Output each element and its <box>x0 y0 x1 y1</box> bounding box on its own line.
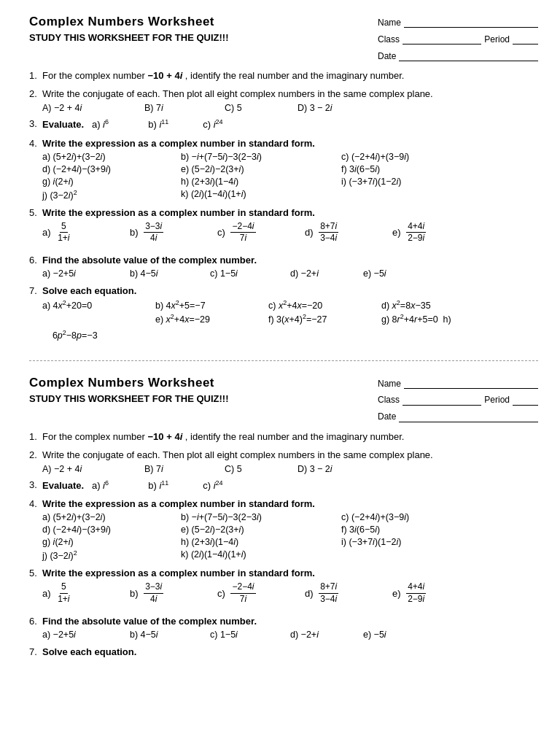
q4-row2-1: d) (−2+4i)−(3+9i) e) (5−2i)−2(3+i) f) 3i… <box>42 164 538 174</box>
class-field-1[interactable] <box>402 34 481 44</box>
questions-2: 1. For the complex number −10 + 4i , ide… <box>29 431 538 660</box>
q5-e-2: e) 4+4i2−9i <box>392 581 472 605</box>
question-2-3: 3. Evaluate. a) i6 b) i11 c) i24 <box>29 479 538 494</box>
q4-i-2: i) (−3+7i)(1−2i) <box>341 537 401 547</box>
q6-c-1: c) 1−5i <box>210 268 290 279</box>
period-field-2[interactable] <box>513 395 538 406</box>
q-text-1-2: Write the conjugate of each. Then plot a… <box>42 88 538 99</box>
q6-b-1: b) 4−5i <box>130 268 210 279</box>
class-field-2[interactable] <box>402 395 481 406</box>
q2-a-1: A) −2 + 4i <box>42 102 144 114</box>
q4-row2-2: d) (−2+4i)−(3+9i) e) (5−2i)−2(3+i) f) 3i… <box>42 525 538 535</box>
q4-row1-1: a) (5+2i)+(3−2i) b) −i+(7−5i)−3(2−3i) c)… <box>42 152 538 162</box>
worksheet-page: Complex Numbers Worksheet STUDY THIS WOR… <box>0 0 560 708</box>
name-field-2[interactable] <box>404 379 538 389</box>
q-num-2-7: 7. <box>29 646 42 657</box>
title-area-1: Complex Numbers Worksheet STUDY THIS WOR… <box>29 15 378 43</box>
q-text-2-1: For the complex number −10 + 4i , identi… <box>42 431 538 442</box>
q5-b-2: b) 3−3i4i <box>130 581 210 605</box>
q-text-2-7: Solve each equation. <box>42 646 538 657</box>
q7-b-1: b) 4x2+5=−7 <box>155 299 268 311</box>
frac-a-2: 51+i <box>56 581 71 605</box>
period-field-1[interactable] <box>513 34 538 44</box>
questions-1: 1. For the complex number −10 + 4i , ide… <box>29 70 538 341</box>
question-1-3: 3. Evaluate. a) i6 b) i11 c) i24 <box>29 118 538 133</box>
q6-b-2: b) 4−5i <box>130 630 210 640</box>
question-2-4: 4. Write the expression as a complex num… <box>29 498 538 563</box>
question-2-7: 7. Solve each equation. <box>29 646 538 660</box>
q5-fracs-2: a) 51+i b) 3−3i4i c) −2−4i7i d) 8+7i3−4i <box>42 581 538 608</box>
header-area-2: Complex Numbers Worksheet STUDY THIS WOR… <box>29 376 538 425</box>
q2-sub-items-2: A) −2 + 4i B) 7i C) 5 D) 3 − 2i <box>42 463 538 475</box>
q6-a-2: a) −2+5i <box>42 630 130 640</box>
q5-d-2: d) 8+7i3−4i <box>305 581 385 605</box>
q7-g-1: g) 8r2+4r+5=0 h) <box>381 313 494 325</box>
q-num-1-4: 4. <box>29 138 42 149</box>
q5-e-1: e) 4+4i2−9i <box>392 221 472 244</box>
q-text-1-7: Solve each equation. <box>42 285 538 296</box>
question-1-1: 1. For the complex number −10 + 4i , ide… <box>29 70 538 84</box>
q2-d-1: D) 3 − 2i <box>298 102 385 114</box>
q4-h-1: h) (2+3i)(1−4i) <box>181 177 341 187</box>
date-field-2[interactable] <box>399 412 538 422</box>
q-content-1-5: Write the expression as a complex number… <box>42 207 538 250</box>
q6-row-2: a) −2+5i b) 4−5i c) 1−5i d) −2+i e) −5i <box>42 630 538 640</box>
q-text-2-3: Evaluate. a) i6 b) i11 c) i24 <box>42 479 538 491</box>
date-label-2: Date <box>378 409 396 425</box>
q-num-2-5: 5. <box>29 568 42 578</box>
q-num-1-6: 6. <box>29 255 42 266</box>
date-field-1[interactable] <box>399 51 538 61</box>
q-content-2-6: Find the absolute value of the complex n… <box>42 616 538 642</box>
q7-c-1: c) x2+4x=−20 <box>268 299 381 311</box>
q-content-2-5: Write the expression as a complex number… <box>42 568 538 611</box>
frac-e-1: 4+4i2−9i <box>406 221 426 244</box>
class-line-1: Class Period <box>378 31 538 48</box>
q4-c-1: c) (−2+4i)+(3−9i) <box>341 152 409 162</box>
q4-row1-2: a) (5+2i)+(3−2i) b) −i+(7−5i)−3(2−3i) c)… <box>42 512 538 522</box>
name-field-1[interactable] <box>404 18 538 28</box>
name-area-2: Name Class Period Date <box>378 376 538 425</box>
frac-b-1: 3−3i4i <box>144 221 163 244</box>
period-label-2: Period <box>484 392 510 409</box>
q-text-1-4: Write the expression as a complex number… <box>42 138 538 149</box>
q-num-2-4: 4. <box>29 498 42 509</box>
q-num-1-2: 2. <box>29 88 42 99</box>
question-2-2: 2. Write the conjugate of each. Then plo… <box>29 449 538 475</box>
q-content-1-4: Write the expression as a complex number… <box>42 138 538 203</box>
q2-b-2: B) 7i <box>144 463 225 475</box>
q7-f-1: f) 3(x+4)2=−27 <box>268 313 381 325</box>
worksheet-subtitle-1: STUDY THIS WORKSHEET FOR THE QUIZ!!! <box>29 32 378 43</box>
question-1-5: 5. Write the expression as a complex num… <box>29 207 538 250</box>
q7-e-1: e) x2+4x=−29 <box>155 313 268 325</box>
worksheet-subtitle-2: STUDY THIS WORKSHEET FOR THE QUIZ!!! <box>29 393 378 404</box>
q7-final-1: 6p2−8p=−3 <box>42 329 538 341</box>
q-text-1-3: Evaluate. a) i6 b) i11 c) i24 <box>42 118 538 130</box>
name-line-1: Name <box>378 15 538 31</box>
q-content-2-4: Write the expression as a complex number… <box>42 498 538 563</box>
q-content-1-1: For the complex number −10 + 4i , identi… <box>42 70 538 84</box>
q2-a-2: A) −2 + 4i <box>42 463 144 475</box>
title-area-2: Complex Numbers Worksheet STUDY THIS WOR… <box>29 376 378 404</box>
q4-d-2: d) (−2+4i)−(3+9i) <box>42 525 181 535</box>
question-2-1: 1. For the complex number −10 + 4i , ide… <box>29 431 538 445</box>
q4-d-1: d) (−2+4i)−(3+9i) <box>42 164 181 174</box>
q-text-2-6: Find the absolute value of the complex n… <box>42 616 538 627</box>
q-text-2-2: Write the conjugate of each. Then plot a… <box>42 449 538 460</box>
q4-a-2: a) (5+2i)+(3−2i) <box>42 512 181 522</box>
frac-c-1: −2−4i7i <box>230 221 255 244</box>
q7-d-1: d) x2=8x−35 <box>381 299 494 311</box>
q-content-2-2: Write the conjugate of each. Then plot a… <box>42 449 538 475</box>
date-label-1: Date <box>378 48 396 65</box>
name-label-2: Name <box>378 376 401 392</box>
q4-row4-1: j) (3−2i)2 k) (2i)(1−4i)(1+i) <box>42 189 538 201</box>
q6-row-1: a) −2+5i b) 4−5i c) 1−5i d) −2+i e) −5i <box>42 268 538 279</box>
q4-row3-1: g) i(2+i) h) (2+3i)(1−4i) i) (−3+7i)(1−2… <box>42 177 538 187</box>
q4-i-1: i) (−3+7i)(1−2i) <box>341 177 401 187</box>
date-line-1: Date <box>378 48 538 65</box>
q6-a-1: a) −2+5i <box>42 268 130 279</box>
q6-e-2: e) −5i <box>363 630 386 640</box>
q4-a-1: a) (5+2i)+(3−2i) <box>42 152 181 162</box>
q6-d-2: d) −2+i <box>290 630 363 640</box>
q-num-1-5: 5. <box>29 207 42 218</box>
q2-d-2: D) 3 − 2i <box>298 463 385 475</box>
